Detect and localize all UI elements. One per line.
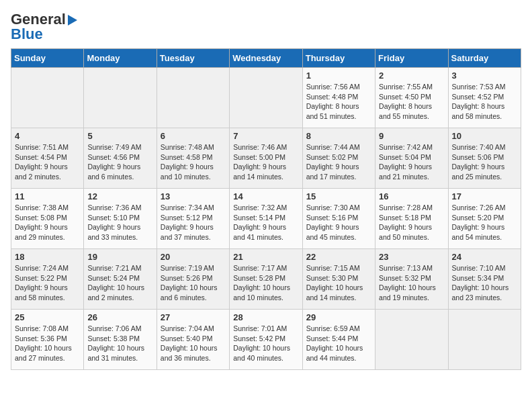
calendar-table: SundayMondayTuesdayWednesdayThursdayFrid… [11, 48, 521, 370]
day-number: 11 [15, 191, 80, 201]
day-number: 24 [452, 252, 517, 262]
calendar-cell: 8Sunrise: 7:44 AMSunset: 5:02 PMDaylight… [302, 128, 375, 189]
day-number: 5 [87, 131, 152, 141]
day-number: 19 [87, 252, 152, 262]
calendar-cell: 26Sunrise: 7:06 AMSunset: 5:38 PMDayligh… [84, 310, 157, 370]
day-info: Sunrise: 7:06 AMSunset: 5:38 PMDaylight:… [87, 324, 152, 363]
calendar-cell: 22Sunrise: 7:15 AMSunset: 5:30 PMDayligh… [302, 249, 375, 310]
header-row: SundayMondayTuesdayWednesdayThursdayFrid… [11, 49, 521, 68]
day-info: Sunrise: 7:21 AMSunset: 5:24 PMDaylight:… [87, 263, 152, 303]
week-row-4: 25Sunrise: 7:08 AMSunset: 5:36 PMDayligh… [11, 310, 521, 370]
day-number: 4 [15, 131, 80, 141]
calendar-cell: 5Sunrise: 7:49 AMSunset: 4:56 PMDaylight… [84, 128, 157, 189]
calendar-cell: 28Sunrise: 7:01 AMSunset: 5:42 PMDayligh… [230, 310, 302, 370]
day-number: 9 [379, 131, 444, 141]
day-info: Sunrise: 7:30 AMSunset: 5:16 PMDaylight:… [306, 203, 371, 242]
column-header-saturday: Saturday [448, 49, 521, 68]
day-number: 7 [233, 131, 298, 141]
logo-blue: Blue [11, 26, 43, 43]
day-info: Sunrise: 7:51 AMSunset: 4:54 PMDaylight:… [15, 142, 80, 182]
column-header-monday: Monday [84, 49, 157, 68]
day-info: Sunrise: 7:01 AMSunset: 5:42 PMDaylight:… [233, 324, 298, 363]
week-row-1: 4Sunrise: 7:51 AMSunset: 4:54 PMDaylight… [11, 128, 521, 189]
calendar-cell: 2Sunrise: 7:55 AMSunset: 4:50 PMDaylight… [375, 68, 448, 128]
day-info: Sunrise: 7:49 AMSunset: 4:56 PMDaylight:… [87, 142, 152, 182]
logo-arrow-icon [68, 15, 77, 26]
calendar-cell: 14Sunrise: 7:32 AMSunset: 5:14 PMDayligh… [230, 189, 302, 249]
day-number: 12 [87, 191, 152, 201]
day-info: Sunrise: 7:55 AMSunset: 4:50 PMDaylight:… [379, 82, 444, 122]
day-number: 6 [161, 131, 226, 141]
calendar-cell: 6Sunrise: 7:48 AMSunset: 4:58 PMDaylight… [157, 128, 229, 189]
day-number: 13 [161, 191, 226, 201]
calendar-cell: 24Sunrise: 7:10 AMSunset: 5:34 PMDayligh… [448, 249, 521, 310]
day-info: Sunrise: 7:40 AMSunset: 5:06 PMDaylight:… [452, 142, 517, 182]
column-header-wednesday: Wednesday [230, 49, 302, 68]
day-info: Sunrise: 7:53 AMSunset: 4:52 PMDaylight:… [452, 82, 517, 122]
calendar-cell [11, 68, 84, 128]
day-info: Sunrise: 7:26 AMSunset: 5:20 PMDaylight:… [452, 203, 517, 242]
day-info: Sunrise: 7:32 AMSunset: 5:14 PMDaylight:… [233, 203, 298, 242]
calendar-cell: 20Sunrise: 7:19 AMSunset: 5:26 PMDayligh… [157, 249, 229, 310]
day-number: 25 [15, 312, 80, 322]
day-number: 28 [233, 312, 298, 322]
day-number: 1 [306, 71, 371, 81]
day-number: 3 [452, 71, 517, 81]
logo: General Blue [11, 11, 77, 43]
calendar-cell: 15Sunrise: 7:30 AMSunset: 5:16 PMDayligh… [302, 189, 375, 249]
day-number: 23 [379, 252, 444, 262]
calendar-cell: 29Sunrise: 6:59 AMSunset: 5:44 PMDayligh… [302, 310, 375, 370]
day-info: Sunrise: 7:10 AMSunset: 5:34 PMDaylight:… [452, 263, 517, 303]
day-number: 10 [452, 131, 517, 141]
day-info: Sunrise: 7:46 AMSunset: 5:00 PMDaylight:… [233, 142, 298, 182]
calendar-cell: 16Sunrise: 7:28 AMSunset: 5:18 PMDayligh… [375, 189, 448, 249]
day-info: Sunrise: 7:13 AMSunset: 5:32 PMDaylight:… [379, 263, 444, 303]
day-info: Sunrise: 7:15 AMSunset: 5:30 PMDaylight:… [306, 263, 371, 303]
day-info: Sunrise: 7:17 AMSunset: 5:28 PMDaylight:… [233, 263, 298, 303]
calendar-cell [84, 68, 157, 128]
calendar-cell: 13Sunrise: 7:34 AMSunset: 5:12 PMDayligh… [157, 189, 229, 249]
calendar-cell: 11Sunrise: 7:38 AMSunset: 5:08 PMDayligh… [11, 189, 84, 249]
day-info: Sunrise: 7:48 AMSunset: 4:58 PMDaylight:… [161, 142, 226, 182]
day-info: Sunrise: 7:42 AMSunset: 5:04 PMDaylight:… [379, 142, 444, 182]
calendar-cell: 18Sunrise: 7:24 AMSunset: 5:22 PMDayligh… [11, 249, 84, 310]
calendar-cell: 10Sunrise: 7:40 AMSunset: 5:06 PMDayligh… [448, 128, 521, 189]
day-info: Sunrise: 6:59 AMSunset: 5:44 PMDaylight:… [306, 324, 371, 363]
day-number: 27 [161, 312, 226, 322]
calendar-cell: 23Sunrise: 7:13 AMSunset: 5:32 PMDayligh… [375, 249, 448, 310]
day-info: Sunrise: 7:44 AMSunset: 5:02 PMDaylight:… [306, 142, 371, 182]
column-header-sunday: Sunday [11, 49, 84, 68]
week-row-0: 1Sunrise: 7:56 AMSunset: 4:48 PMDaylight… [11, 68, 521, 128]
day-info: Sunrise: 7:38 AMSunset: 5:08 PMDaylight:… [15, 203, 80, 242]
day-info: Sunrise: 7:34 AMSunset: 5:12 PMDaylight:… [161, 203, 226, 242]
day-number: 2 [379, 71, 444, 81]
calendar-cell: 9Sunrise: 7:42 AMSunset: 5:04 PMDaylight… [375, 128, 448, 189]
calendar-cell: 12Sunrise: 7:36 AMSunset: 5:10 PMDayligh… [84, 189, 157, 249]
calendar-cell: 4Sunrise: 7:51 AMSunset: 4:54 PMDaylight… [11, 128, 84, 189]
calendar-cell: 7Sunrise: 7:46 AMSunset: 5:00 PMDaylight… [230, 128, 302, 189]
day-number: 15 [306, 191, 371, 201]
calendar-cell: 19Sunrise: 7:21 AMSunset: 5:24 PMDayligh… [84, 249, 157, 310]
page-header: General Blue [11, 11, 521, 43]
day-info: Sunrise: 7:04 AMSunset: 5:40 PMDaylight:… [161, 324, 226, 363]
calendar-cell: 3Sunrise: 7:53 AMSunset: 4:52 PMDaylight… [448, 68, 521, 128]
column-header-thursday: Thursday [302, 49, 375, 68]
calendar-cell [230, 68, 302, 128]
day-number: 21 [233, 252, 298, 262]
day-number: 26 [87, 312, 152, 322]
column-header-tuesday: Tuesday [157, 49, 229, 68]
calendar-cell: 17Sunrise: 7:26 AMSunset: 5:20 PMDayligh… [448, 189, 521, 249]
column-header-friday: Friday [375, 49, 448, 68]
calendar-cell [375, 310, 448, 370]
day-number: 29 [306, 312, 371, 322]
day-number: 18 [15, 252, 80, 262]
day-number: 14 [233, 191, 298, 201]
calendar-cell: 1Sunrise: 7:56 AMSunset: 4:48 PMDaylight… [302, 68, 375, 128]
week-row-3: 18Sunrise: 7:24 AMSunset: 5:22 PMDayligh… [11, 249, 521, 310]
day-number: 17 [452, 191, 517, 201]
calendar-cell [448, 310, 521, 370]
calendar-cell: 25Sunrise: 7:08 AMSunset: 5:36 PMDayligh… [11, 310, 84, 370]
day-info: Sunrise: 7:08 AMSunset: 5:36 PMDaylight:… [15, 324, 80, 363]
day-info: Sunrise: 7:24 AMSunset: 5:22 PMDaylight:… [15, 263, 80, 303]
day-number: 22 [306, 252, 371, 262]
